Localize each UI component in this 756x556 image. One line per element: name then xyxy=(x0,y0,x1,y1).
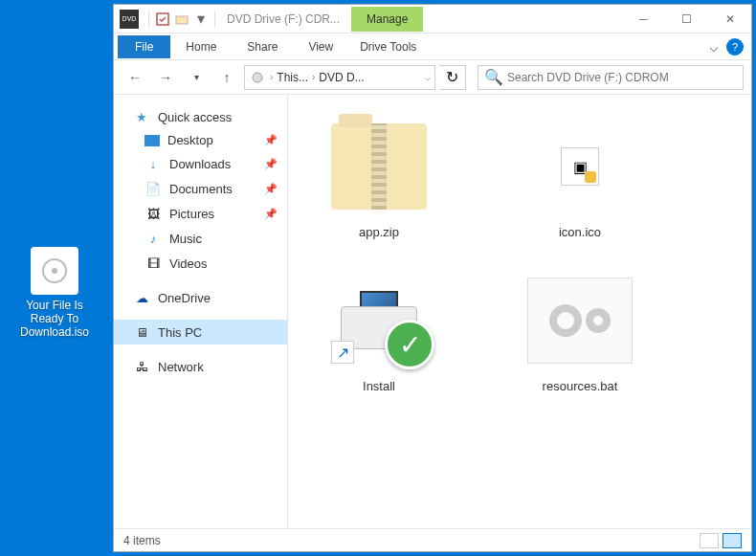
bat-file-icon xyxy=(527,268,633,373)
checkmark-icon: ✓ xyxy=(385,320,434,369)
file-label: icon.ico xyxy=(508,225,652,239)
file-list[interactable]: app.zip ▣ icon.ico ✓ ↗ Install xyxy=(288,95,751,528)
sidebar-item-label: Music xyxy=(169,232,202,246)
sidebar-item-onedrive[interactable]: ☁ OneDrive xyxy=(114,285,287,310)
search-box[interactable]: 🔍 xyxy=(478,65,744,90)
ico-file-icon: ▣ xyxy=(527,114,633,219)
qat-dropdown-icon[interactable]: ▾ xyxy=(191,10,211,29)
videos-icon: 🎞 xyxy=(145,255,162,272)
sidebar-item-videos[interactable]: 🎞 Videos xyxy=(114,251,287,276)
sidebar-item-label: Desktop xyxy=(167,133,213,147)
pin-icon: 📌 xyxy=(264,134,278,146)
pin-icon: 📌 xyxy=(264,158,278,170)
tab-view[interactable]: View xyxy=(293,35,348,58)
drive-icon xyxy=(249,69,266,86)
file-label: Install xyxy=(307,379,451,393)
chevron-right-icon[interactable]: › xyxy=(312,72,315,82)
separator xyxy=(148,11,149,28)
refresh-button[interactable]: ↻ xyxy=(439,65,466,90)
sidebar-item-network[interactable]: 🖧 Network xyxy=(114,354,287,379)
qat-properties-icon[interactable] xyxy=(153,10,172,29)
svg-point-4 xyxy=(253,73,262,82)
navigation-pane: ★ Quick access Desktop 📌 ↓ Downloads 📌 📄… xyxy=(114,95,288,528)
svg-point-1 xyxy=(52,268,57,274)
explorer-window: DVD ▾ DVD Drive (F:) CDR... Manage ─ ☐ ✕… xyxy=(113,4,752,552)
recent-dropdown-icon[interactable]: ▾ xyxy=(183,64,210,91)
sidebar-item-desktop[interactable]: Desktop 📌 xyxy=(114,129,287,151)
window-title: DVD Drive (F:) CDR... xyxy=(227,12,340,26)
details-view-button[interactable] xyxy=(700,533,719,548)
minimize-button[interactable]: ─ xyxy=(622,5,665,33)
address-bar: ← → ▾ ↑ › This... › DVD D... ⌵ ↻ 🔍 xyxy=(114,60,751,95)
file-item-install[interactable]: ✓ ↗ Install xyxy=(307,268,451,393)
icons-view-button[interactable] xyxy=(723,533,742,548)
search-input[interactable] xyxy=(507,71,737,84)
sidebar-item-label: Pictures xyxy=(169,207,214,221)
tab-home[interactable]: Home xyxy=(170,35,232,58)
desktop-file-icon[interactable]: Your File Is Ready To Download.iso xyxy=(11,247,98,339)
desktop-icon xyxy=(145,135,160,146)
pictures-icon: 🖼 xyxy=(145,205,162,222)
sidebar-item-pictures[interactable]: 🖼 Pictures 📌 xyxy=(114,201,287,226)
monitor-icon: 🖥 xyxy=(133,323,150,341)
file-label: app.zip xyxy=(307,225,451,239)
up-button[interactable]: ↑ xyxy=(213,64,240,91)
iso-file-icon xyxy=(31,247,78,295)
drive-icon: DVD xyxy=(120,10,139,29)
ribbon-collapse-icon[interactable]: ⌵ xyxy=(709,37,719,56)
star-icon: ★ xyxy=(133,108,150,125)
breadcrumb-item[interactable]: This... xyxy=(277,71,308,84)
item-count: 4 items xyxy=(123,534,161,547)
file-item-resources-bat[interactable]: resources.bat xyxy=(508,268,652,393)
cloud-icon: ☁ xyxy=(133,289,150,306)
separator xyxy=(214,11,215,28)
qat-newfolder-icon[interactable] xyxy=(172,10,191,29)
shortcut-arrow-icon: ↗ xyxy=(331,341,354,364)
tab-drive-tools[interactable]: Drive Tools xyxy=(348,35,428,58)
zip-folder-icon xyxy=(326,114,432,219)
document-icon: 📄 xyxy=(145,180,162,197)
titlebar: DVD ▾ DVD Drive (F:) CDR... Manage ─ ☐ ✕ xyxy=(114,5,751,33)
sidebar-item-this-pc[interactable]: 🖥 This PC xyxy=(114,320,287,345)
status-bar: 4 items xyxy=(114,528,751,551)
file-item-app-zip[interactable]: app.zip xyxy=(307,114,451,239)
sidebar-item-label: Downloads xyxy=(169,157,231,171)
close-button[interactable]: ✕ xyxy=(708,5,751,33)
sidebar-item-label: Network xyxy=(158,360,204,374)
pin-icon: 📌 xyxy=(264,208,278,220)
sidebar-item-label: Documents xyxy=(169,182,233,196)
tab-share[interactable]: Share xyxy=(232,35,293,58)
sidebar-item-label: OneDrive xyxy=(158,291,211,305)
back-button[interactable]: ← xyxy=(122,64,148,91)
sidebar-item-label: Quick access xyxy=(158,110,232,124)
sidebar-item-label: Videos xyxy=(169,256,208,271)
chevron-right-icon[interactable]: › xyxy=(270,72,273,82)
manage-context-tab[interactable]: Manage xyxy=(351,7,423,32)
install-shortcut-icon: ✓ ↗ xyxy=(326,268,432,373)
download-icon: ↓ xyxy=(145,155,162,172)
maximize-button[interactable]: ☐ xyxy=(665,5,708,33)
ribbon-tabs: File Home Share View Drive Tools ⌵ ? xyxy=(114,33,751,60)
sidebar-item-documents[interactable]: 📄 Documents 📌 xyxy=(114,176,287,201)
music-icon: ♪ xyxy=(145,230,162,247)
network-icon: 🖧 xyxy=(133,358,150,375)
sidebar-item-downloads[interactable]: ↓ Downloads 📌 xyxy=(114,151,287,176)
breadcrumb[interactable]: › This... › DVD D... ⌵ xyxy=(244,65,435,90)
desktop-file-label: Your File Is Ready To Download.iso xyxy=(11,299,98,339)
pin-icon: 📌 xyxy=(264,183,278,195)
sidebar-item-music[interactable]: ♪ Music xyxy=(114,226,287,251)
svg-rect-3 xyxy=(176,16,188,24)
tab-file[interactable]: File xyxy=(118,35,170,58)
file-item-icon-ico[interactable]: ▣ icon.ico xyxy=(508,114,652,239)
help-button[interactable]: ? xyxy=(726,38,744,56)
forward-button[interactable]: → xyxy=(152,64,179,91)
file-label: resources.bat xyxy=(508,379,652,393)
sidebar-item-label: This PC xyxy=(158,325,202,340)
sidebar-item-quick-access[interactable]: ★ Quick access xyxy=(114,104,287,129)
address-dropdown-icon[interactable]: ⌵ xyxy=(425,72,431,82)
search-icon: 🔍 xyxy=(484,68,503,86)
breadcrumb-item[interactable]: DVD D... xyxy=(319,71,364,84)
